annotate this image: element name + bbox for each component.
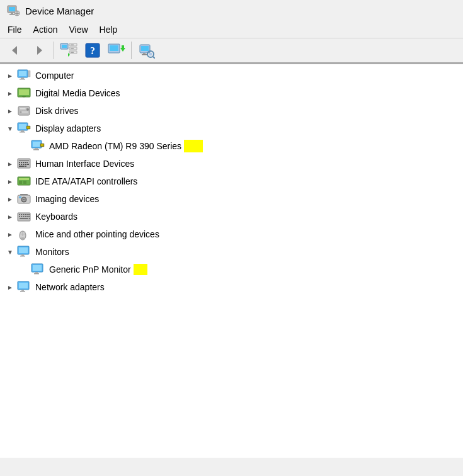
menu-view[interactable]: View [64,23,93,37]
svg-rect-7 [16,14,18,16]
svg-rect-59 [41,144,43,146]
svg-rect-13 [62,45,67,48]
chevron-keyboards: ► [5,212,15,222]
svg-rect-6 [16,11,18,13]
svg-point-103 [21,237,25,240]
chevron-display-adapters: ▼ [5,123,15,133]
svg-rect-97 [28,216,30,217]
svg-rect-93 [21,216,22,217]
tree-item-imaging[interactable]: ► Imaging devices [0,190,463,208]
svg-rect-105 [19,247,28,253]
menu-action[interactable]: Action [28,23,63,37]
update-driver-button[interactable] [105,41,128,60]
highlight-amd-radeon [184,140,203,152]
chevron-ide: ► [5,176,15,186]
icon-digital-media [16,86,31,100]
svg-rect-37 [20,79,25,80]
tree-item-generic-pnp[interactable]: Generic PnP Monitor [0,261,463,278]
toolbar-sep-1 [54,42,54,59]
label-disk-drives: Disk drives [35,106,78,116]
svg-rect-62 [19,162,20,163]
svg-rect-94 [23,216,24,217]
label-computer: Computer [35,71,74,81]
svg-rect-29 [143,53,146,54]
tree-item-network-adapters[interactable]: ► Network adapters [0,278,463,296]
tree-item-digital-media[interactable]: ► Digital Media Devices [0,84,463,102]
svg-marker-10 [12,46,17,55]
svg-rect-89 [25,214,26,215]
svg-rect-26 [122,45,124,48]
window-title: Device Manager [25,6,94,16]
label-imaging: Imaging devices [35,194,99,204]
icon-imaging [16,192,31,206]
svg-rect-57 [33,149,39,150]
scan-button[interactable] [135,41,157,60]
svg-rect-30 [142,54,147,55]
chevron-imaging: ► [5,194,15,204]
menu-file[interactable]: File [3,23,27,37]
svg-rect-61 [19,160,29,161]
tree-item-disk-drives[interactable]: ► Disk drives [0,102,463,120]
chevron-hid: ► [5,159,15,169]
chevron-disk-drives: ► [5,106,15,116]
svg-rect-40 [19,89,29,95]
icon-network-adapters [16,280,31,294]
svg-rect-68 [21,164,22,165]
menu-help[interactable]: Help [94,23,123,37]
svg-marker-11 [37,46,42,55]
svg-rect-55 [33,142,40,147]
icon-generic-pnp [30,263,45,276]
icon-monitors [16,245,31,259]
tree-item-monitors[interactable]: ▼ Monitors [0,243,463,261]
tree-item-amd-radeon[interactable]: AMD Radeon (TM) R9 390 Series [0,137,463,155]
svg-rect-113 [19,283,28,288]
svg-text:?: ? [90,45,95,56]
svg-point-47 [20,111,22,113]
tree-item-computer[interactable]: ► Computer [0,67,463,84]
tree-item-display-adapters[interactable]: ▼ Display adapters [0,120,463,137]
chevron-mice: ► [5,229,15,239]
properties-button[interactable]: ? [81,41,104,60]
forward-button[interactable] [28,41,50,60]
toolbar-sep-2 [131,42,132,59]
device-manager-view-button[interactable] [57,41,80,60]
svg-rect-50 [21,130,24,132]
svg-rect-64 [23,162,24,163]
svg-rect-76 [19,181,22,184]
tree-item-mice[interactable]: ► Mice and other pointing devices [0,225,463,243]
label-network-adapters: Network adapters [35,282,105,292]
svg-marker-25 [120,48,125,52]
tree-item-keyboards[interactable]: ► Keyboards [0,208,463,225]
svg-rect-92 [19,216,20,217]
icon-amd-radeon [30,139,45,153]
svg-point-32 [149,53,152,56]
tree-item-hid[interactable]: ► Human Interface Devices [0,155,463,173]
svg-rect-36 [21,77,24,79]
svg-rect-35 [19,71,26,76]
app-icon [6,4,20,18]
svg-rect-24 [110,45,118,51]
svg-rect-19 [71,52,74,54]
svg-rect-65 [25,162,26,163]
label-ide: IDE ATA/ATAPI controllers [35,176,137,186]
svg-rect-111 [34,273,39,275]
svg-rect-17 [71,45,74,46]
chevron-digital-media: ► [5,88,15,98]
label-hid: Human Interface Devices [35,159,134,169]
icon-disk-drives [16,104,31,118]
svg-rect-86 [19,214,20,215]
svg-rect-75 [19,178,29,180]
svg-rect-28 [141,46,149,51]
svg-rect-67 [19,164,20,165]
label-amd-radeon: AMD Radeon (TM) R9 390 Series [49,141,181,151]
back-button[interactable] [4,41,26,60]
icon-keyboards [16,210,31,224]
svg-rect-106 [21,254,24,256]
label-display-adapters: Display adapters [35,123,101,133]
tree-item-ide[interactable]: ► IDE ATA/ATAPI controllers [0,173,463,190]
svg-rect-87 [21,214,22,215]
svg-point-45 [26,108,29,111]
svg-rect-83 [19,196,21,198]
icon-ide [16,174,31,188]
highlight-generic-pnp [134,264,147,275]
